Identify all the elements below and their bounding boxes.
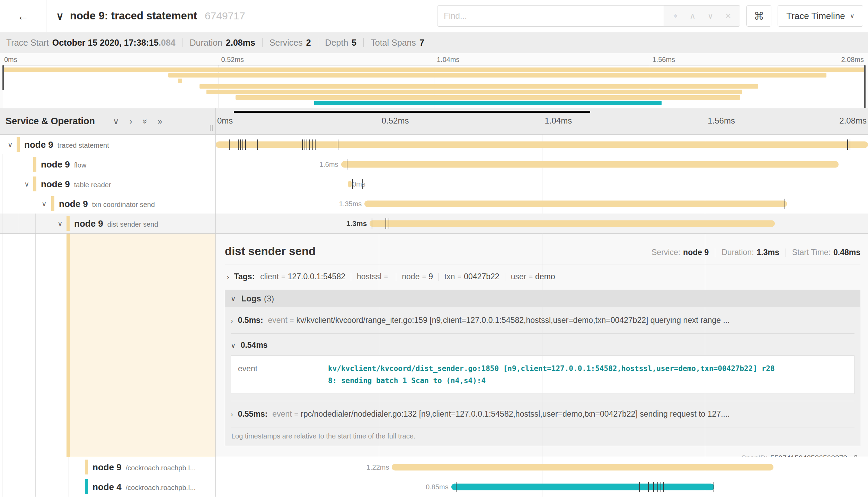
locate-icon[interactable]: ⌖ bbox=[673, 12, 678, 20]
span-bar[interactable] bbox=[451, 483, 714, 490]
tag-key: user bbox=[511, 272, 526, 281]
span-timeline-cell[interactable]: 1.22ms bbox=[216, 457, 868, 477]
expand-one-level-icon[interactable]: › bbox=[130, 117, 132, 126]
summary-value-suffix: .084 bbox=[159, 38, 176, 48]
next-result-icon[interactable]: ∨ bbox=[707, 12, 714, 20]
span-timeline-cell[interactable]: 1.3ms bbox=[216, 214, 868, 233]
service-operation-title: Service & Operation bbox=[6, 116, 95, 127]
trace-view-selector[interactable]: Trace Timeline ∨ bbox=[778, 5, 863, 27]
span-detail-card: dist sender send Service:node 9Duration:… bbox=[216, 234, 868, 457]
span-row[interactable]: node 9flow1.6ms bbox=[0, 154, 868, 174]
log-marker-tick bbox=[312, 139, 313, 150]
equals-sign: = bbox=[290, 317, 294, 325]
span-name-cell[interactable]: ∨node 9dist sender send bbox=[0, 214, 216, 233]
separator bbox=[505, 273, 505, 281]
separator bbox=[183, 38, 183, 47]
span-timeline-cell[interactable]: 0.85ms bbox=[216, 477, 868, 497]
minimap-span-bar bbox=[206, 90, 742, 94]
span-row[interactable]: ∨node 9table reader0ms bbox=[0, 174, 868, 194]
log-field-key: event bbox=[231, 356, 297, 393]
viewport-drag-handle-left[interactable] bbox=[2, 65, 4, 90]
span-row[interactable]: node 4/cockroach.roachpb.I...0.85ms bbox=[0, 477, 868, 497]
minimap-span-bar bbox=[200, 84, 759, 89]
logs-count: (3) bbox=[264, 294, 274, 304]
span-color-stripe bbox=[67, 234, 70, 457]
log-marker-tick bbox=[714, 482, 714, 492]
span-detail-row: dist sender send Service:node 9Duration:… bbox=[0, 233, 868, 457]
span-name-cell[interactable]: ∨node 9txn coordinator send bbox=[0, 194, 216, 214]
span-id-value: 5597415943526560273 bbox=[770, 454, 847, 457]
prev-result-icon[interactable]: ∧ bbox=[690, 12, 696, 20]
title-collapse-chevron-icon[interactable]: ∨ bbox=[56, 10, 64, 22]
span-bar[interactable] bbox=[341, 161, 839, 167]
collapse-all-icon[interactable]: ∨ bbox=[113, 117, 119, 126]
log-marker-tick bbox=[456, 482, 457, 492]
log-marker-tick bbox=[309, 139, 310, 150]
summary-value: 2 bbox=[306, 38, 311, 48]
expand-all-icon[interactable]: » bbox=[158, 117, 162, 126]
logs-body: ›0.5ms:event=kv/kvclient/kvcoord/range_i… bbox=[225, 307, 860, 446]
collapse-deep-icon[interactable]: » bbox=[141, 119, 149, 124]
tick-label: 2.08ms bbox=[841, 56, 864, 64]
span-timeline-cell[interactable]: 1.6ms bbox=[216, 154, 868, 174]
span-row[interactable]: node 9/cockroach.roachpb.I...1.22ms bbox=[0, 457, 868, 477]
log-entry-collapsed[interactable]: ›0.55ms:event=rpc/nodedialer/nodedialer.… bbox=[231, 401, 854, 427]
tags-row[interactable]: › Tags: client=127.0.0.1:54582hostssl=no… bbox=[225, 264, 860, 288]
operation-name: dist sender send bbox=[107, 220, 158, 228]
span-name-cell[interactable]: node 4/cockroach.roachpb.I... bbox=[0, 477, 216, 497]
span-timeline-cell[interactable]: 1.35ms bbox=[216, 194, 868, 214]
indent-guide bbox=[35, 457, 36, 477]
span-name-cell[interactable]: ∨node 9table reader bbox=[0, 174, 216, 194]
log-marker-tick bbox=[389, 218, 389, 229]
clear-find-icon[interactable]: × bbox=[725, 11, 731, 21]
timeline-minimap: 0ms0.52ms1.04ms1.56ms2.08ms bbox=[0, 53, 868, 108]
span-bar[interactable] bbox=[364, 200, 787, 207]
service-name: node 9table reader bbox=[41, 179, 111, 189]
span-row[interactable]: ∨node 9traced statement bbox=[0, 135, 868, 154]
service-name: node 4/cockroach.roachpb.I... bbox=[92, 481, 196, 492]
chevron-down-icon[interactable]: ∨ bbox=[42, 200, 47, 208]
span-bar[interactable] bbox=[370, 220, 774, 227]
link-icon[interactable] bbox=[850, 454, 858, 457]
log-entry-expanded-header[interactable]: ∨0.54ms bbox=[231, 334, 854, 352]
minimap-canvas[interactable] bbox=[3, 65, 865, 108]
log-entry-collapsed[interactable]: ›0.5ms:event=kv/kvclient/kvcoord/range_i… bbox=[231, 307, 854, 333]
viewport-drag-handle-right[interactable] bbox=[864, 65, 866, 108]
tag-pair: node=9 bbox=[402, 272, 433, 281]
tag-pair: hostssl= bbox=[357, 272, 390, 281]
chevron-down-icon[interactable]: ∨ bbox=[8, 141, 13, 149]
tick-label: 0.52ms bbox=[382, 116, 409, 126]
chevron-down-icon[interactable]: ∨ bbox=[57, 219, 63, 228]
log-marker-tick bbox=[785, 199, 785, 209]
indent-guide bbox=[2, 457, 2, 477]
span-timeline-cell[interactable] bbox=[216, 135, 868, 154]
span-duration-label: 0.85ms bbox=[426, 483, 449, 491]
span-row[interactable]: ∨node 9txn coordinator send1.35ms bbox=[0, 194, 868, 214]
keyboard-shortcuts-button[interactable]: ⌘ bbox=[746, 5, 771, 27]
span-color-bar bbox=[33, 157, 36, 172]
operation-name: /cockroach.roachpb.I... bbox=[126, 483, 196, 491]
summary-value: 7 bbox=[419, 38, 424, 48]
app-header: ← ∨ node 9: traced statement 6749717 ⌖ ∧… bbox=[0, 0, 868, 32]
find-input[interactable] bbox=[437, 5, 664, 27]
span-row[interactable]: ∨node 9dist sender send1.3ms bbox=[0, 214, 868, 233]
span-bar[interactable] bbox=[392, 464, 773, 470]
back-button[interactable]: ← bbox=[0, 0, 46, 32]
log-marker-tick bbox=[657, 482, 658, 492]
span-indent-fill bbox=[70, 234, 215, 457]
span-name-cell[interactable]: node 9flow bbox=[0, 154, 216, 174]
span-bar[interactable] bbox=[348, 181, 351, 187]
span-name-cell[interactable]: ∨node 9traced statement bbox=[0, 135, 216, 154]
logs-footnote: Log timestamps are relative to the start… bbox=[231, 427, 854, 446]
tag-key: client bbox=[260, 272, 279, 281]
summary-value: 5 bbox=[352, 38, 356, 48]
column-resize-grip[interactable] bbox=[210, 125, 213, 131]
logs-header[interactable]: ∨ Logs (3) bbox=[225, 290, 860, 307]
service-name: node 9/cockroach.roachpb.I... bbox=[92, 462, 196, 472]
span-timeline-cell[interactable]: 0ms bbox=[216, 174, 868, 194]
chevron-down-icon[interactable]: ∨ bbox=[24, 180, 29, 188]
tag-key: node bbox=[402, 272, 419, 281]
span-name-cell[interactable]: node 9/cockroach.roachpb.I... bbox=[0, 457, 216, 477]
logs-title: Logs bbox=[241, 294, 261, 304]
span-bar[interactable] bbox=[216, 141, 868, 148]
